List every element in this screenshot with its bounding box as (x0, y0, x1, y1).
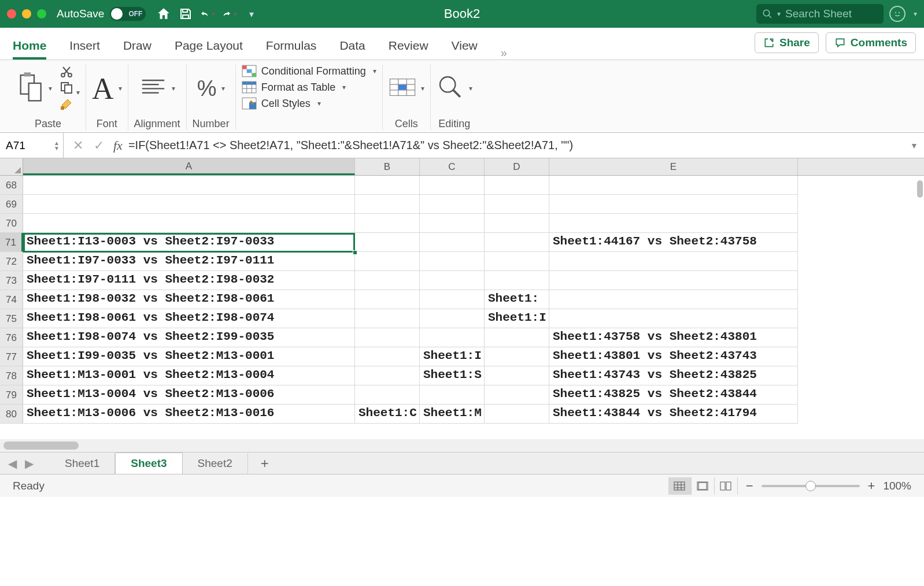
maximize-window-button[interactable] (37, 9, 46, 18)
cell[interactable] (23, 214, 355, 233)
grid[interactable]: 68697071Sheet1:I13-0003 vs Sheet2:I97-00… (0, 176, 924, 439)
comments-button[interactable]: Comments (826, 32, 916, 53)
normal-view-button[interactable] (668, 477, 692, 495)
cell[interactable] (549, 271, 798, 290)
cell[interactable] (355, 195, 420, 214)
number-button[interactable]: % (197, 76, 217, 101)
cell[interactable] (549, 309, 798, 328)
cell[interactable] (355, 385, 420, 405)
cell[interactable] (355, 309, 420, 328)
cell[interactable] (355, 176, 420, 195)
cell[interactable] (485, 271, 549, 290)
cell[interactable]: Sheet1:I98-0074 vs Sheet2:I99-0035 (23, 328, 355, 347)
cell[interactable]: Sheet1:43825 vs Sheet2:43844 (549, 385, 798, 405)
format-painter-icon[interactable] (59, 97, 80, 113)
row-header[interactable]: 70 (0, 214, 23, 233)
editing-button[interactable] (437, 73, 464, 103)
row-header[interactable]: 73 (0, 271, 23, 290)
page-layout-view-button[interactable] (692, 477, 715, 495)
add-sheet-button[interactable]: + (248, 455, 282, 472)
cell[interactable]: Sheet1:I98-0032 vs Sheet2:I98-0061 (23, 290, 355, 309)
cell[interactable]: Sheet1:I97-0111 vs Sheet2:I98-0032 (23, 271, 355, 290)
cell[interactable]: Sheet1:I98-0061 vs Sheet2:I98-0074 (23, 309, 355, 328)
cell[interactable] (355, 347, 420, 366)
zoom-out-button[interactable]: − (746, 479, 753, 494)
cell[interactable]: Sheet1:43758 vs Sheet2:43801 (549, 328, 798, 347)
tab-draw[interactable]: Draw (123, 39, 151, 60)
cells-button[interactable] (389, 76, 416, 101)
cell[interactable] (420, 385, 485, 405)
col-header-E[interactable]: E (549, 158, 798, 175)
cell[interactable] (485, 233, 549, 252)
expand-formula-bar-icon[interactable]: ▼ (910, 141, 924, 150)
horizontal-scrollbar[interactable] (0, 439, 924, 452)
row-header[interactable]: 76 (0, 328, 23, 347)
cell[interactable] (485, 176, 549, 195)
cell[interactable]: Sheet1:I (485, 309, 549, 328)
cell[interactable]: Sheet1:I97-0033 vs Sheet2:I97-0111 (23, 252, 355, 271)
autosave-toggle[interactable]: OFF (110, 7, 146, 21)
tab-view[interactable]: View (452, 39, 478, 60)
cell[interactable] (355, 271, 420, 290)
cell[interactable] (549, 290, 798, 309)
home-icon[interactable] (156, 6, 171, 21)
tab-home[interactable]: Home (13, 39, 46, 60)
search-sheet-input[interactable]: ▾ Search Sheet (756, 4, 884, 24)
cell[interactable] (485, 405, 549, 424)
close-window-button[interactable] (7, 9, 16, 18)
cell[interactable] (420, 271, 485, 290)
cell[interactable] (420, 176, 485, 195)
save-icon[interactable] (178, 6, 193, 21)
sheet-tab-sheet3[interactable]: Sheet3 (115, 453, 182, 474)
row-header[interactable]: 68 (0, 176, 23, 195)
copy-icon[interactable]: ▾ (59, 81, 80, 97)
cell[interactable]: Sheet1:44167 vs Sheet2:43758 (549, 233, 798, 252)
cell[interactable] (23, 195, 355, 214)
cell[interactable] (420, 290, 485, 309)
cell[interactable]: Sheet1:I (420, 347, 485, 366)
cell[interactable] (485, 385, 549, 405)
col-header-B[interactable]: B (355, 158, 420, 175)
cell[interactable]: Sheet1:M (420, 405, 485, 424)
cell[interactable] (355, 328, 420, 347)
vertical-scrollbar-thumb[interactable] (917, 180, 923, 198)
alignment-button[interactable] (139, 76, 167, 101)
row-header[interactable]: 69 (0, 195, 23, 214)
share-button[interactable]: Share (755, 32, 819, 53)
sheet-nav-prev-icon[interactable]: ◀ (8, 457, 17, 470)
tab-data[interactable]: Data (339, 39, 365, 60)
cell[interactable] (420, 252, 485, 271)
cell[interactable] (355, 214, 420, 233)
cell[interactable] (355, 233, 420, 252)
row-header[interactable]: 80 (0, 405, 23, 424)
row-header[interactable]: 78 (0, 366, 23, 385)
cell[interactable] (420, 309, 485, 328)
tab-review[interactable]: Review (389, 39, 428, 60)
name-box-stepper[interactable]: ▲▼ (54, 140, 60, 151)
cell[interactable] (485, 195, 549, 214)
conditional-formatting-button[interactable]: Conditional Formatting ▾ (242, 65, 376, 77)
cell[interactable] (23, 176, 355, 195)
cell[interactable] (420, 195, 485, 214)
number-dropdown[interactable]: ▾ (221, 84, 225, 92)
cell[interactable] (485, 328, 549, 347)
cell[interactable] (485, 252, 549, 271)
cell[interactable] (549, 214, 798, 233)
cell[interactable]: Sheet1:C (355, 405, 420, 424)
font-dropdown[interactable]: ▾ (119, 84, 122, 92)
accept-formula-icon[interactable]: ✓ (94, 138, 104, 153)
cell[interactable] (355, 290, 420, 309)
zoom-slider[interactable] (762, 485, 860, 487)
cancel-formula-icon[interactable]: ✕ (73, 138, 83, 153)
cells-dropdown[interactable]: ▾ (421, 84, 424, 92)
cell[interactable]: Sheet1:43801 vs Sheet2:43743 (549, 347, 798, 366)
cell[interactable] (485, 347, 549, 366)
row-header[interactable]: 79 (0, 385, 23, 405)
cell[interactable] (355, 366, 420, 385)
redo-icon[interactable]: ▾ (222, 6, 237, 21)
paste-button[interactable] (16, 71, 44, 106)
sheet-nav-next-icon[interactable]: ▶ (25, 457, 34, 470)
tab-page-layout[interactable]: Page Layout (175, 39, 243, 60)
cell[interactable]: Sheet1:I13-0003 vs Sheet2:I97-0033 (23, 233, 355, 252)
select-all-corner[interactable] (0, 158, 23, 175)
